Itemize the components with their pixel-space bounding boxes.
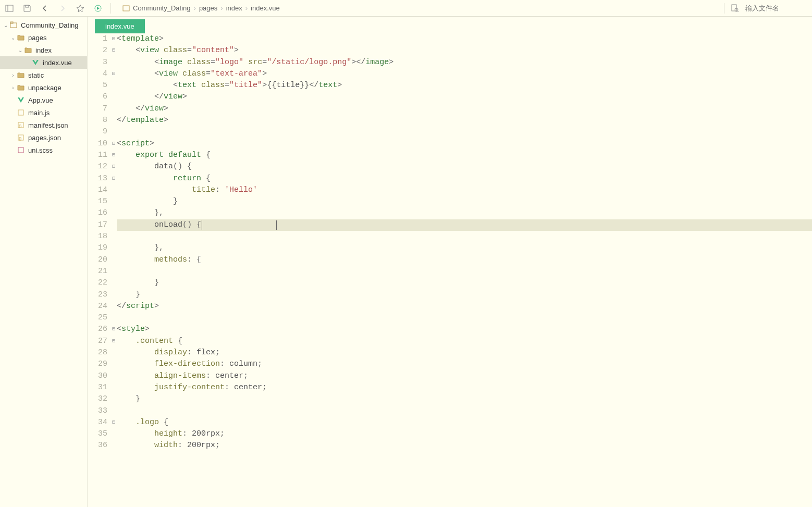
code-line[interactable]: </view> [117,91,812,103]
code-line[interactable]: data() { [117,161,812,172]
fold-marker [110,231,117,242]
chevron-icon[interactable]: ⌄ [9,35,17,41]
toggle-sidebar-icon[interactable] [4,3,15,14]
code-line[interactable]: flex-direction: column; [117,358,812,370]
code-line[interactable]: title: 'Hello' [117,184,812,196]
code-line[interactable]: <style> [117,324,812,335]
tree-item-label: pages [28,34,46,42]
fold-marker [110,289,117,301]
code-line[interactable]: } [117,289,812,301]
fold-marker[interactable]: ⊟ [110,417,117,428]
nav-back-icon[interactable] [40,3,50,14]
tree-item-Community_Dating[interactable]: ⌄Community_Dating [0,19,87,31]
breadcrumb-item[interactable]: Community_Dating [133,4,191,12]
tree-item-label: uni.scss [28,146,53,154]
chevron-icon[interactable]: › [9,85,17,91]
project-icon [122,5,130,12]
svg-text:{}: {} [19,123,22,128]
fold-marker [110,91,117,103]
code-editor[interactable]: 1234567891011121314151617181920212223242… [88,33,812,507]
code-line[interactable] [117,405,812,417]
code-line[interactable]: <view class="text-area"> [117,68,812,80]
fold-marker[interactable]: ⊟ [110,324,117,335]
fold-marker [110,428,117,440]
tree-item-pages[interactable]: ⌄pages [0,31,87,44]
svg-rect-2 [26,5,29,7]
code-line[interactable]: } [117,393,812,405]
fold-marker [110,370,117,382]
fold-marker[interactable]: ⊟ [110,33,117,45]
tab-index-vue[interactable]: index.vue [95,19,145,33]
code-line[interactable]: export default { [117,150,812,161]
code-line[interactable]: width: 200rpx; [117,440,812,451]
code-line[interactable]: justify-content: center; [117,382,812,393]
fold-marker[interactable]: ⊟ [110,336,117,347]
fold-column[interactable]: ⊟⊟⊟⊟⊟⊟⊟⊟⊟⊟ [110,33,117,507]
file-search-icon[interactable] [730,3,740,14]
code-line[interactable]: .content { [117,336,812,347]
toolbar: Community_Dating › pages › index › index… [0,0,812,17]
fold-marker [110,277,117,289]
fold-marker[interactable]: ⊟ [110,68,117,80]
code-line[interactable]: <script> [117,138,812,150]
tree-item-index[interactable]: ⌄index [0,44,87,56]
code-line[interactable]: <image class="logo" src="/static/logo.pn… [117,57,812,68]
folder-icon [17,83,25,92]
breadcrumb-item[interactable]: index [226,4,242,12]
fold-marker[interactable]: ⊟ [110,150,117,161]
tree-item-manifest-json[interactable]: {}manifest.json [0,119,87,131]
breadcrumb: Community_Dating › pages › index › index… [122,4,280,12]
code-line[interactable]: <text class="title">{{title}}</text> [117,80,812,91]
code-line[interactable] [117,312,812,324]
fold-marker[interactable]: ⊟ [110,161,117,172]
code-line[interactable]: }, [117,242,812,254]
svg-line-7 [737,11,739,12]
fold-marker[interactable]: ⊟ [110,138,117,150]
tree-item-main-js[interactable]: main.js [0,106,87,119]
code-line[interactable]: onLoad() { [117,219,812,231]
code-line[interactable]: </template> [117,115,812,126]
nav-forward-icon[interactable] [57,3,68,14]
code-line[interactable]: } [117,196,812,207]
code-line[interactable]: methods: { [117,254,812,266]
breadcrumb-item[interactable]: index.vue [251,4,280,12]
code-line[interactable] [117,266,812,277]
tree-item-static[interactable]: ›static [0,69,87,81]
svg-rect-0 [6,5,13,11]
code-line[interactable]: return { [117,173,812,184]
fold-marker [110,266,117,277]
tree-item-label: index [35,46,52,54]
tree-item-unpackage[interactable]: ›unpackage [0,81,87,94]
fold-marker[interactable]: ⊟ [110,173,117,184]
code-line[interactable]: } [117,277,812,289]
save-icon[interactable] [22,3,32,14]
breadcrumb-item[interactable]: pages [199,4,217,12]
chevron-icon[interactable]: › [9,72,17,78]
code-line[interactable]: <template> [117,33,812,45]
star-icon[interactable] [75,3,85,14]
tree-item-pages-json[interactable]: {}pages.json [0,131,87,144]
run-icon[interactable] [93,3,103,14]
code-line[interactable]: <view class="content"> [117,45,812,56]
tree-item-index-vue[interactable]: index.vue [0,56,87,69]
code-line[interactable]: height: 200rpx; [117,428,812,440]
chevron-icon[interactable]: ⌄ [2,22,9,28]
code-line[interactable]: .logo { [117,417,812,428]
chevron-icon[interactable]: ⌄ [17,47,24,53]
code-line[interactable]: display: flex; [117,347,812,358]
code-line[interactable]: </view> [117,103,812,115]
tree-item-label: main.js [28,109,50,117]
code-line[interactable]: </script> [117,301,812,312]
code-line[interactable] [117,231,812,242]
tree-item-uni-scss[interactable]: uni.scss [0,144,87,156]
code-line[interactable]: }, [117,207,812,219]
code-line[interactable] [117,126,812,138]
breadcrumb-sep: › [194,4,196,12]
search-input[interactable] [745,4,808,12]
tree-item-label: index.vue [43,59,72,67]
tree-item-label: static [28,71,44,79]
tree-item-App-vue[interactable]: App.vue [0,94,87,106]
code-line[interactable]: align-items: center; [117,370,812,382]
fold-marker[interactable]: ⊟ [110,45,117,56]
file-tree[interactable]: ⌄Community_Dating⌄pages⌄indexindex.vue›s… [0,17,88,507]
